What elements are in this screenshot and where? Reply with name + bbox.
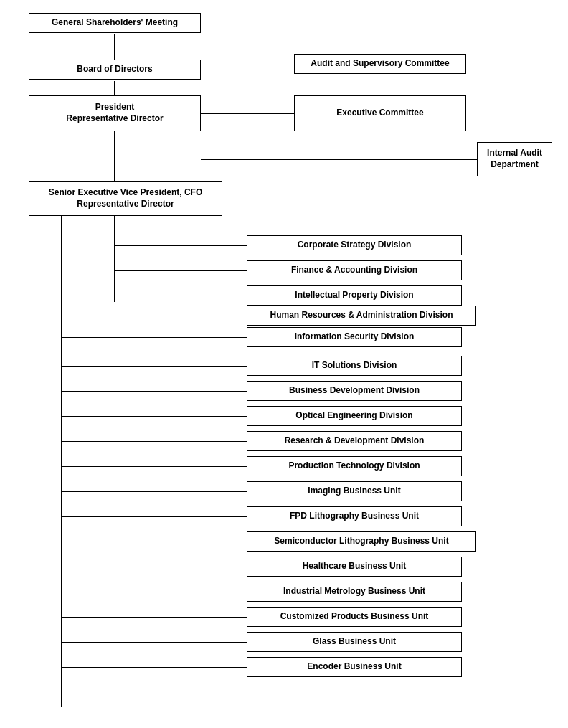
- internal-audit-node: Internal AuditDepartment: [477, 142, 552, 176]
- healthcare-node: Healthcare Business Unit: [247, 557, 462, 577]
- line-to-internal-audit: [201, 159, 477, 160]
- fpd-box: FPD Lithography Business Unit: [247, 506, 462, 526]
- optical-node: Optical Engineering Division: [247, 406, 462, 426]
- finance-node: Finance & Accounting Division: [247, 260, 462, 280]
- optical-box: Optical Engineering Division: [247, 406, 462, 426]
- line-board-audit: [201, 72, 294, 72]
- finance-box: Finance & Accounting Division: [247, 260, 462, 280]
- h-healthcare: [61, 567, 247, 567]
- line-main-vertical: [61, 216, 62, 707]
- corporate-strategy-box: Corporate Strategy Division: [247, 235, 462, 255]
- ip-node: Intellectual Property Division: [247, 285, 462, 306]
- healthcare-box: Healthcare Business Unit: [247, 557, 462, 577]
- h-encoder: [61, 667, 247, 668]
- corporate-strategy-node: Corporate Strategy Division: [247, 235, 462, 255]
- h-ip: [114, 296, 247, 296]
- line-shareholders-down: [114, 34, 115, 60]
- audit-node: Audit and Supervisory Committee: [294, 54, 466, 74]
- it-box: IT Solutions Division: [247, 356, 462, 376]
- line-sevp-subdiv: [114, 216, 115, 302]
- internal-audit-box: Internal AuditDepartment: [477, 142, 552, 176]
- h-rnd: [61, 441, 247, 442]
- h-custom: [61, 617, 247, 618]
- encoder-node: Encoder Business Unit: [247, 657, 462, 677]
- sevp-node: Senior Executive Vice President, CFORepr…: [29, 181, 222, 216]
- encoder-box: Encoder Business Unit: [247, 657, 462, 677]
- h-metrology: [61, 592, 247, 592]
- president-box: PresidentRepresentative Director: [29, 95, 201, 131]
- imaging-node: Imaging Business Unit: [247, 481, 462, 501]
- hr-box: Human Resources & Administration Divisio…: [247, 306, 476, 326]
- fpd-node: FPD Lithography Business Unit: [247, 506, 462, 526]
- semi-node: Semiconductor Lithography Business Unit: [247, 531, 476, 552]
- line-president-sevp: [114, 131, 115, 185]
- infosec-node: Information Security Division: [247, 327, 462, 347]
- rnd-box: Research & Development Division: [247, 431, 462, 451]
- h-glass: [61, 642, 247, 643]
- infosec-box: Information Security Division: [247, 327, 462, 347]
- imaging-box: Imaging Business Unit: [247, 481, 462, 501]
- h-it: [61, 366, 247, 367]
- h-semi: [61, 542, 247, 542]
- h-prodtech: [61, 466, 247, 467]
- h-bizdev: [61, 391, 247, 392]
- h-hr: [61, 316, 247, 316]
- shareholders-box: General Shareholders' Meeting: [29, 13, 201, 33]
- line-president-exec: [201, 113, 294, 114]
- bizdev-node: Business Development Division: [247, 381, 462, 401]
- prodtech-node: Production Technology Division: [247, 456, 462, 476]
- h-infosec: [61, 337, 247, 338]
- h-corporate: [114, 245, 247, 246]
- metrology-node: Industrial Metrology Business Unit: [247, 582, 462, 602]
- custom-box: Customized Products Business Unit: [247, 607, 462, 627]
- h-imaging: [61, 491, 247, 492]
- executive-node: Executive Committee: [294, 95, 466, 131]
- custom-node: Customized Products Business Unit: [247, 607, 462, 627]
- executive-box: Executive Committee: [294, 95, 466, 131]
- rnd-node: Research & Development Division: [247, 431, 462, 451]
- bizdev-box: Business Development Division: [247, 381, 462, 401]
- semi-box: Semiconductor Lithography Business Unit: [247, 531, 476, 552]
- sevp-box: Senior Executive Vice President, CFORepr…: [29, 181, 222, 216]
- glass-box: Glass Business Unit: [247, 632, 462, 652]
- board-box: Board of Directors: [29, 60, 201, 80]
- h-finance: [114, 270, 247, 271]
- it-node: IT Solutions Division: [247, 356, 462, 376]
- prodtech-box: Production Technology Division: [247, 456, 462, 476]
- president-node: PresidentRepresentative Director: [29, 95, 201, 131]
- board-node: Board of Directors: [29, 60, 201, 80]
- h-optical: [61, 416, 247, 417]
- audit-box: Audit and Supervisory Committee: [294, 54, 466, 74]
- metrology-box: Industrial Metrology Business Unit: [247, 582, 462, 602]
- ip-box: Intellectual Property Division: [247, 285, 462, 306]
- glass-node: Glass Business Unit: [247, 632, 462, 652]
- shareholders-node: General Shareholders' Meeting: [29, 13, 201, 33]
- hr-node: Human Resources & Administration Divisio…: [247, 306, 476, 326]
- h-fpd: [61, 516, 247, 517]
